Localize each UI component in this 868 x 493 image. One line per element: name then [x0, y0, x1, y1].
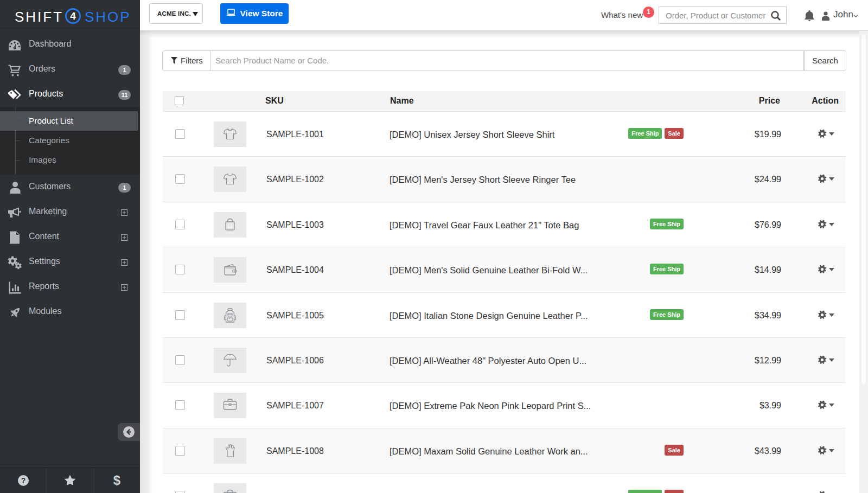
svg-text:?: ?	[21, 476, 26, 485]
